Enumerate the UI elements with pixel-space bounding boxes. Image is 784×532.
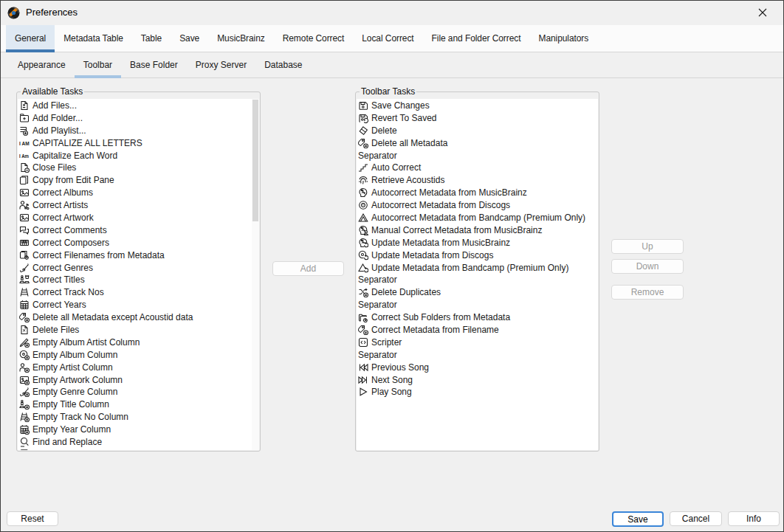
task-item-row[interactable]: Scripter [357,336,598,348]
task-item-label: Correct Titles [32,274,85,285]
subtab-toolbar[interactable]: Toolbar [75,52,121,77]
task-item-row[interactable]: Correct Track Nos [18,286,259,299]
close-button[interactable] [752,4,773,21]
task-item-row[interactable]: I AMCAPITALIZE ALL LETTERS [18,137,259,149]
task-item-row[interactable]: Find and Replace [18,436,259,449]
tab-remote-correct[interactable]: Remote Correct [274,25,354,52]
task-item-label: Separator [358,300,397,310]
task-item-row[interactable]: Empty Album Column [18,348,259,361]
task-item-row[interactable]: Delete all Metadata except Acoustid data [18,311,259,324]
task-item-row[interactable]: Correct Comments [18,224,259,236]
task-item-row[interactable]: Copy from Edit Pane [18,174,259,187]
subtab-database[interactable]: Database [255,52,311,77]
task-item-label: Update Metadata from Bandcamp (Premium O… [371,263,568,273]
task-item-row[interactable]: Empty Track No Column [18,411,259,424]
task-item-row[interactable]: Correct Titles [18,274,259,286]
task-item-row[interactable]: Retrieve Acoustids [357,174,598,187]
task-item-row[interactable]: Play Song [357,386,598,398]
add-playlist-icon [19,125,30,136]
disc-x-icon [19,350,30,360]
picture-x-icon [19,375,30,385]
task-item-row[interactable]: Correct Filenames from Metadata [18,249,259,261]
task-item-row[interactable]: Correct Albums [18,187,259,199]
task-item-row[interactable]: Correct Years [18,299,259,311]
task-item-row[interactable]: Empty Artwork Column [18,373,259,386]
task-item-row[interactable]: Empty Title Column [18,398,259,411]
task-item-row[interactable]: Correct Genres [18,261,259,274]
add-button[interactable]: Add [272,261,344,276]
task-item-row[interactable]: Correct Metadata from Filename [357,324,598,336]
fingerprint-icon [358,175,368,185]
task-item-row[interactable]: Correct Composers [18,236,259,249]
remove-button[interactable]: Remove [611,285,684,300]
task-item-row[interactable]: Revert To Saved [357,111,598,124]
tab-file-and-folder-correct[interactable]: File and Folder Correct [423,25,530,52]
task-item-label: Correct Artists [32,200,88,210]
task-item-row[interactable]: Correct Artists [18,199,259,212]
task-item-row[interactable]: Add Folder... [18,111,259,124]
reset-button[interactable]: Reset [7,511,58,526]
next-icon [358,375,368,385]
info-button[interactable]: Info [728,511,780,526]
task-item-row[interactable]: Empty Year Column [18,424,259,436]
subtab-base-folder[interactable]: Base Folder [121,52,187,77]
task-item-row[interactable]: Previous Song [357,361,598,373]
tab-label: Save [179,33,199,44]
task-item-row[interactable]: Autocorrect Metadata from MusicBrainz [357,187,598,199]
task-separator-row[interactable]: Separator [357,299,598,311]
task-item-row[interactable]: Close Files [18,162,259,174]
close-icon [758,8,767,17]
task-item-row[interactable]: Delete Files [18,324,259,336]
tab-musicbrainz[interactable]: MusicBrainz [208,25,273,52]
task-item-label: Delete [371,125,397,136]
down-button[interactable]: Down [611,259,684,274]
task-item-row[interactable]: Next Song [357,373,598,386]
vertical-scrollbar[interactable] [252,99,259,450]
task-item-label: Correct Sub Folders from Metadata [371,312,510,322]
up-button[interactable]: Up [611,239,684,254]
task-item-row[interactable]: Manual Correct Metadata from MusicBrainz [357,224,598,236]
tab-save[interactable]: Save [171,25,208,52]
task-item-label: Correct Years [32,300,86,310]
tab-local-correct[interactable]: Local Correct [353,25,422,52]
task-separator-row[interactable]: Separator [357,149,598,162]
save-button[interactable]: Save [612,511,664,527]
task-item-row[interactable]: Correct Artwork [18,212,259,224]
task-item-row[interactable]: Empty Artist Column [18,361,259,373]
task-item-row[interactable]: Empty Genre Column [18,386,259,398]
task-item-row[interactable]: Update Metadata from Bandcamp (Premium O… [357,261,598,274]
task-item-row[interactable]: Autocorrect Metadata from Bandcamp (Prem… [357,212,598,224]
task-item-row[interactable]: Correct Sub Folders from Metadata [357,311,598,324]
task-item-row[interactable]: Update Metadata from MusicBrainz [357,236,598,249]
task-item-row[interactable]: Autocorrect Metadata from Discogs [357,199,598,212]
task-item-row[interactable]: Delete Duplicates [357,286,598,299]
task-item-row[interactable] [18,448,259,450]
task-item-row[interactable]: Delete [357,124,598,137]
tab-manipulators[interactable]: Manipulators [529,25,597,52]
cancel-button[interactable]: Cancel [670,511,722,526]
task-item-row[interactable]: Empty Album Artist Column [18,336,259,348]
subtab-appearance[interactable]: Appearance [9,52,75,77]
task-separator-row[interactable]: Separator [357,274,598,286]
task-item-label: Correct Albums [32,187,93,198]
task-separator-row[interactable]: Separator [357,348,598,361]
task-item-label: Empty Album Artist Column [32,337,140,348]
subtab-proxy-server[interactable]: Proxy Server [187,52,255,77]
task-item-row[interactable]: I AmCapitalize Each Word [18,149,259,162]
tab-metadata-table[interactable]: Metadata Table [55,25,132,52]
task-item-row[interactable]: Delete all Metadata [357,137,598,149]
preferences-window: Preferences GeneralMetadata TableTableSa… [0,0,784,532]
task-item-row[interactable]: Save Changes [357,100,598,112]
task-item-row[interactable]: Add Playlist... [18,124,259,137]
task-item-row[interactable]: Auto Correct [357,162,598,174]
task-item-label: Empty Genre Column [32,387,117,397]
task-item-row[interactable]: Update Metadata from Discogs [357,249,598,261]
tab-general[interactable]: General [6,25,55,52]
task-item-row[interactable]: Add Files... [18,100,259,112]
tab-label: Remote Correct [283,33,345,44]
scrollbar-thumb[interactable] [252,100,258,221]
close-files-icon [19,162,30,173]
task-item-label: Close Files [32,162,76,173]
tab-table[interactable]: Table [132,25,171,52]
tab-label: Appearance [18,60,66,70]
